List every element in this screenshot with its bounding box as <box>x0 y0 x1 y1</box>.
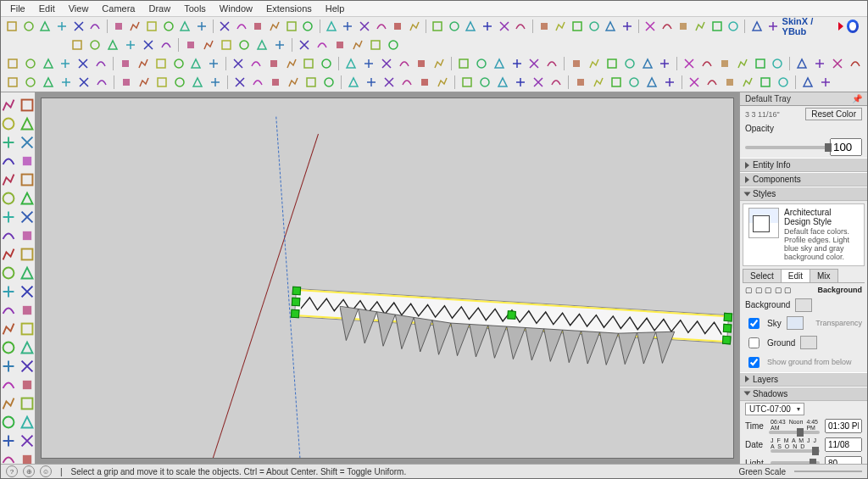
toolbar-button[interactable] <box>160 18 176 35</box>
tool-button[interactable] <box>1 302 17 319</box>
pin-icon[interactable]: 📌 <box>852 94 862 103</box>
toolbar-button[interactable] <box>249 74 266 91</box>
toolbar-button[interactable] <box>234 18 250 35</box>
toolbar-button[interactable] <box>253 36 270 53</box>
toolbar-button[interactable] <box>140 36 157 53</box>
tool-button[interactable] <box>1 97 17 114</box>
toolbar-button[interactable] <box>158 36 175 53</box>
toolbar-button[interactable] <box>709 18 725 35</box>
tool-button[interactable] <box>19 115 36 132</box>
toolbar-button[interactable] <box>378 55 395 72</box>
toolbar-button[interactable] <box>93 74 110 91</box>
toolbar-button[interactable] <box>153 55 170 72</box>
toolbar-button[interactable] <box>75 74 92 91</box>
tool-button[interactable] <box>19 358 36 375</box>
toolbar-button[interactable] <box>342 55 359 72</box>
toolbar-button[interactable] <box>603 18 619 35</box>
toolbar-button[interactable] <box>104 36 121 53</box>
toolbar-button[interactable] <box>526 55 543 72</box>
toolbar-button[interactable] <box>136 74 153 91</box>
toolbar-button[interactable] <box>331 36 348 53</box>
tool-button[interactable] <box>19 209 36 226</box>
toolbar-button[interactable] <box>236 36 253 53</box>
scale-grip[interactable] <box>291 309 300 319</box>
geo-icon[interactable]: ⊕ <box>23 465 35 477</box>
toolbar-button[interactable] <box>385 36 402 53</box>
tool-button[interactable] <box>1 209 17 226</box>
scale-grip[interactable] <box>292 298 301 307</box>
menu-view[interactable]: View <box>63 2 95 15</box>
toolbar-button[interactable] <box>296 36 313 53</box>
toolbar-button[interactable] <box>58 55 75 72</box>
tool-button[interactable] <box>1 246 17 263</box>
toolbar-button[interactable] <box>122 36 139 53</box>
menu-extensions[interactable]: Extensions <box>260 2 318 15</box>
date-slider[interactable] <box>771 449 820 453</box>
toolbar-button[interactable] <box>367 36 384 53</box>
toolbar-button[interactable] <box>686 74 703 91</box>
toolbar-button[interactable] <box>716 55 733 72</box>
toolbar-button[interactable] <box>494 74 511 91</box>
toolbar-button[interactable] <box>70 18 86 35</box>
toolbar-button[interactable] <box>144 18 160 35</box>
toolbar-button[interactable] <box>363 74 380 91</box>
tool-button[interactable] <box>1 376 17 393</box>
ground-swatch[interactable] <box>800 336 817 349</box>
toolbar-button[interactable] <box>726 18 742 35</box>
toolbar-button[interactable] <box>590 74 607 91</box>
toolbar-button[interactable] <box>455 55 472 72</box>
toolbar-button[interactable] <box>509 55 526 72</box>
date-value[interactable] <box>825 437 862 452</box>
light-value[interactable] <box>825 456 862 464</box>
toolbar-button[interactable] <box>626 74 643 91</box>
toolbar-button[interactable] <box>283 18 299 35</box>
tool-button[interactable] <box>1 190 17 207</box>
toolbar-button[interactable] <box>207 74 224 91</box>
toolbar-button[interactable] <box>770 55 787 72</box>
toolbar-button[interactable] <box>512 74 529 91</box>
tool-button[interactable] <box>19 283 36 300</box>
ground-checkbox[interactable] <box>748 337 760 348</box>
reset-color-button[interactable]: Reset Color <box>805 108 862 120</box>
toolbar-button[interactable] <box>40 74 57 91</box>
menu-help[interactable]: Help <box>320 2 351 15</box>
toolbar-button[interactable] <box>698 55 715 72</box>
toolbar-button[interactable] <box>661 74 678 91</box>
toolbar-button[interactable] <box>704 74 721 91</box>
toolbar-button[interactable] <box>734 55 751 72</box>
tool-button[interactable] <box>19 97 36 114</box>
toolbar-button[interactable] <box>217 18 233 35</box>
measure-input[interactable] <box>794 471 862 472</box>
menu-window[interactable]: Window <box>214 2 259 15</box>
toolbar-button[interactable] <box>676 18 692 35</box>
toolbar-button[interactable] <box>586 55 603 72</box>
toolbar-button[interactable] <box>681 55 698 72</box>
tool-button[interactable] <box>1 265 17 281</box>
scale-grip[interactable] <box>724 313 733 322</box>
tool-button[interactable] <box>19 376 36 393</box>
toolbar-button[interactable] <box>92 55 109 72</box>
tool-button[interactable] <box>19 320 36 337</box>
toolbar-button[interactable] <box>543 55 560 72</box>
user-icon[interactable]: ☺ <box>40 465 52 477</box>
time-value[interactable] <box>825 419 862 433</box>
toolbar-button[interactable] <box>406 18 422 35</box>
toolbar-button[interactable] <box>340 18 356 35</box>
toolbar-button[interactable] <box>659 18 676 35</box>
toolbar-button[interactable] <box>187 55 204 72</box>
toolbar-button[interactable] <box>757 74 774 91</box>
toolbar-button[interactable] <box>189 74 206 91</box>
toolbar-button[interactable] <box>447 18 463 35</box>
sky-checkbox[interactable] <box>748 318 760 329</box>
toolbar-button[interactable] <box>793 55 810 72</box>
panel-shadows[interactable]: Shadows <box>740 387 867 401</box>
toolbar-button[interactable] <box>513 18 529 35</box>
toolbar-button[interactable] <box>608 74 625 91</box>
toolbar-button[interactable] <box>847 55 864 72</box>
toolbar-button[interactable] <box>21 18 37 35</box>
toolbar-button[interactable] <box>381 74 398 91</box>
toolbar-button[interactable] <box>69 36 86 53</box>
tool-button[interactable] <box>1 115 17 132</box>
menu-edit[interactable]: Edit <box>33 2 61 15</box>
tool-button[interactable] <box>19 451 36 464</box>
